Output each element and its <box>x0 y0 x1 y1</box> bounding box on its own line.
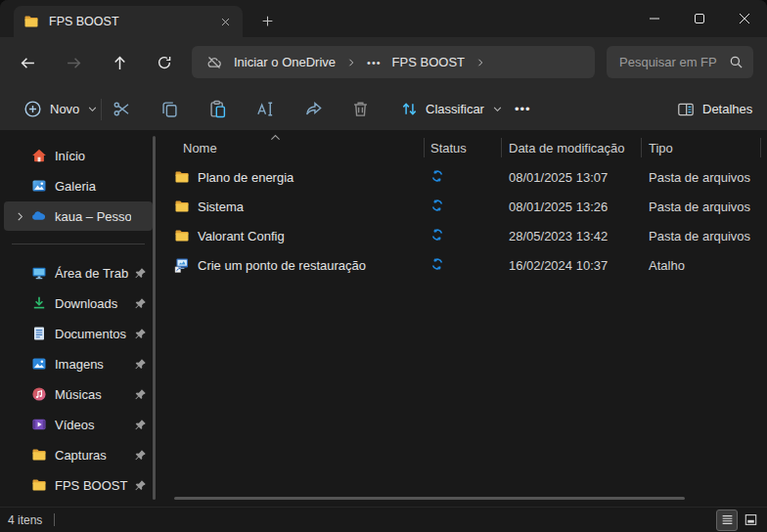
delete-button[interactable] <box>340 93 380 125</box>
new-button[interactable]: Novo <box>14 93 108 125</box>
sidebar-scrollbar[interactable] <box>153 136 156 500</box>
sidebar-item-videos[interactable]: Vídeos <box>4 410 153 439</box>
copy-button[interactable] <box>150 93 189 125</box>
sidebar-separator <box>12 244 145 244</box>
folder-icon <box>23 14 39 29</box>
paste-button[interactable] <box>198 93 237 125</box>
sidebar-item-capturas[interactable]: Capturas <box>4 440 153 469</box>
file-list-pane: Nome Status Data de modificação Tipo Tam… <box>157 130 767 507</box>
back-button[interactable] <box>11 46 44 79</box>
share-button[interactable] <box>293 93 333 125</box>
sync-status-icon <box>430 228 444 242</box>
expander-chevron-icon[interactable] <box>8 211 31 222</box>
videos-icon <box>31 417 47 432</box>
more-options-button[interactable]: ••• <box>505 93 541 125</box>
sort-button-label: Classificar <box>426 102 484 116</box>
folder-icon <box>174 169 190 185</box>
sidebar-item-area-de-trab[interactable]: Área de Trab <box>4 258 153 288</box>
sidebar-item-label: Área de Trab <box>55 266 131 281</box>
search-box[interactable] <box>607 46 753 78</box>
file-name: Crie um ponto de restauração <box>198 258 366 273</box>
up-button[interactable] <box>103 46 136 79</box>
rename-icon <box>256 100 275 118</box>
forward-button[interactable] <box>57 46 90 79</box>
file-row[interactable]: Sistema 08/01/2025 13:26 Pasta de arquiv… <box>157 192 767 221</box>
details-pane-button[interactable]: Detalhes <box>667 93 762 125</box>
tab-close-icon[interactable] <box>215 12 235 31</box>
sync-status-icon <box>430 257 444 271</box>
sidebar-item-documentos[interactable]: Documentos <box>4 319 153 348</box>
sort-icon <box>401 101 418 117</box>
horizontal-scrollbar[interactable] <box>174 497 685 500</box>
pin-icon <box>133 388 147 401</box>
forward-arrow-icon <box>66 55 82 71</box>
sidebar-item-label: Início <box>55 149 131 163</box>
cut-button[interactable] <box>102 93 141 125</box>
sidebar-item-galeria[interactable]: Galeria <box>4 171 153 200</box>
command-band: Iniciar o OneDrive ••• FPS BOOST Novo <box>0 37 767 130</box>
chevron-right-icon[interactable] <box>346 58 356 67</box>
navigation-pane: Início Galeria kaua – Pessoal Área de Tr… <box>0 130 157 507</box>
file-name-cell: Plano de energia <box>157 169 424 185</box>
search-input[interactable] <box>619 55 729 69</box>
column-header-nome[interactable]: Nome <box>157 133 424 162</box>
file-modified-cell: 16/02/2024 10:37 <box>501 258 641 273</box>
new-tab-button[interactable] <box>253 9 281 32</box>
column-header-tipo[interactable]: Tipo <box>641 133 760 162</box>
pin-icon <box>133 479 147 492</box>
copy-icon <box>160 100 179 118</box>
rename-button[interactable] <box>246 93 285 125</box>
music-icon <box>31 386 47 402</box>
close-icon <box>740 14 749 23</box>
address-bar[interactable]: Iniciar o OneDrive ••• FPS BOOST <box>192 46 595 78</box>
refresh-button[interactable] <box>148 46 181 79</box>
column-header-tamanho[interactable]: Tamanho <box>760 133 767 162</box>
sidebar-item-imagens[interactable]: Imagens <box>4 349 153 378</box>
file-row[interactable]: Valorant Config 28/05/2023 13:42 Pasta d… <box>157 221 767 250</box>
desktop-icon <box>31 265 47 281</box>
sync-status-icon <box>430 199 444 212</box>
chevron-right-icon[interactable] <box>475 58 485 67</box>
breadcrumb-current[interactable]: FPS BOOST <box>392 55 465 69</box>
sidebar-item-label: Vídeos <box>55 418 131 432</box>
sort-button[interactable]: Classificar <box>391 93 513 125</box>
breadcrumb-root[interactable]: Iniciar o OneDrive <box>234 55 336 69</box>
close-button[interactable] <box>722 0 767 37</box>
back-arrow-icon <box>20 55 36 71</box>
pin-icon <box>133 419 147 431</box>
column-header-status[interactable]: Status <box>424 133 501 162</box>
sidebar-item-fps-boost[interactable]: FPS BOOST <box>4 470 153 500</box>
chevron-down-icon <box>87 104 98 114</box>
column-header-data[interactable]: Data de modificação <box>501 133 641 162</box>
file-status-cell <box>424 257 501 274</box>
onedrive-icon <box>31 208 47 224</box>
sidebar-item-downloads[interactable]: Downloads <box>4 288 153 318</box>
sidebar-item-label: Capturas <box>55 448 131 463</box>
folder-icon <box>31 447 47 463</box>
shortcut-restore-icon <box>174 257 190 273</box>
folder-icon <box>174 199 190 214</box>
large-icons-view-button[interactable] <box>740 510 761 531</box>
refresh-icon <box>157 55 172 70</box>
breadcrumb-ellipsis[interactable]: ••• <box>367 57 382 68</box>
sidebar-item-inicio[interactable]: Início <box>4 141 153 170</box>
file-name: Plano de energia <box>198 170 293 185</box>
details-view-button[interactable] <box>716 510 738 531</box>
file-name-cell: Crie um ponto de restauração <box>157 257 424 273</box>
file-type-cell: Atalho <box>641 258 760 273</box>
sidebar-item-musicas[interactable]: Músicas <box>4 379 153 409</box>
minimize-button[interactable] <box>632 0 677 37</box>
tab-fps-boost[interactable]: FPS BOOST <box>14 6 243 37</box>
file-row[interactable]: Crie um ponto de restauração 16/02/2024 … <box>157 250 767 280</box>
chevron-down-icon <box>492 104 503 114</box>
maximize-button[interactable] <box>677 0 722 37</box>
file-status-cell <box>424 169 501 186</box>
new-button-label: Novo <box>50 102 79 116</box>
column-headers: Nome Status Data de modificação Tipo Tam… <box>157 133 767 162</box>
up-arrow-icon <box>112 55 128 71</box>
sidebar-item-kaua-pessoal[interactable]: kaua – Pessoal <box>4 201 153 231</box>
file-row[interactable]: Plano de energia 08/01/2025 13:07 Pasta … <box>157 162 767 192</box>
downloads-icon <box>31 295 47 311</box>
ellipsis-icon: ••• <box>515 102 531 116</box>
file-modified-cell: 28/05/2023 13:42 <box>501 229 641 244</box>
